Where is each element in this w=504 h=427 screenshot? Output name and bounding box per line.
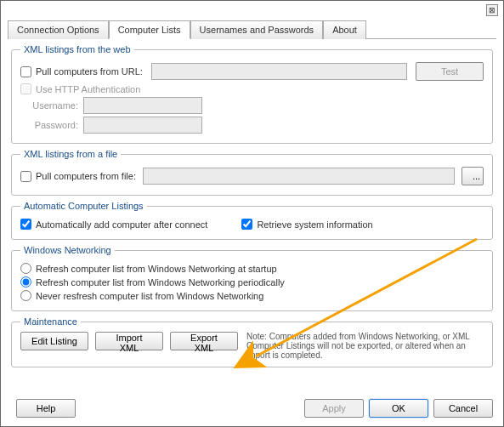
- button-cancel[interactable]: Cancel: [433, 399, 493, 418]
- dialog-footer: Help Apply OK Cancel: [11, 399, 493, 418]
- label-http-auth: Use HTTP Authentication: [36, 84, 140, 94]
- close-icon[interactable]: ⊠: [486, 4, 498, 16]
- label-password: Password:: [20, 120, 83, 130]
- button-help[interactable]: Help: [16, 399, 76, 418]
- legend-xml-web: XML listings from the web: [20, 44, 134, 54]
- legend-xml-file: XML listings from a file: [20, 149, 121, 159]
- legend-windows-networking: Windows Networking: [20, 245, 115, 255]
- label-retrieve-sysinfo: Retrieve system information: [257, 219, 372, 230]
- input-url[interactable]: [151, 63, 407, 80]
- checkbox-pull-file[interactable]: [20, 171, 31, 182]
- button-export-xml[interactable]: Export XML: [170, 332, 238, 350]
- label-refresh-periodic: Refresh computer list from Windows Netwo…: [36, 277, 285, 288]
- tab-about[interactable]: About: [323, 20, 366, 39]
- radio-refresh-never[interactable]: [20, 290, 31, 301]
- button-ok[interactable]: OK: [369, 399, 428, 418]
- label-pull-file: Pull computers from file:: [36, 171, 136, 181]
- group-xml-web: XML listings from the web Pull computers…: [11, 44, 493, 144]
- group-auto-listings: Automatic Computer Listings Automaticall…: [11, 201, 493, 240]
- label-add-after-connect: Automatically add computer after connect: [36, 219, 207, 230]
- group-windows-networking: Windows Networking Refresh computer list…: [11, 245, 493, 311]
- legend-maintenance: Maintenance: [20, 316, 81, 327]
- input-password: [83, 117, 202, 134]
- dialog-window: ⊠ Connection Options Computer Lists User…: [0, 0, 504, 427]
- radio-refresh-startup[interactable]: [20, 263, 31, 274]
- tab-bar: Connection Options Computer Lists Userna…: [8, 20, 496, 39]
- button-apply[interactable]: Apply: [304, 399, 364, 418]
- checkbox-retrieve-sysinfo[interactable]: [241, 219, 252, 230]
- button-import-xml[interactable]: Import XML: [95, 332, 163, 350]
- button-browse-file[interactable]: ...: [462, 167, 484, 185]
- legend-auto-listings: Automatic Computer Listings: [20, 201, 147, 211]
- label-refresh-never: Never resfresh computer list from Window…: [36, 291, 263, 301]
- button-edit-listing[interactable]: Edit Listing: [20, 332, 88, 350]
- button-test[interactable]: Test: [416, 62, 484, 81]
- tab-computer-lists[interactable]: Computer Lists: [109, 20, 190, 39]
- input-file-path[interactable]: [143, 168, 455, 185]
- group-maintenance: Maintenance Edit Listing Import XML Expo…: [11, 316, 493, 367]
- checkbox-pull-url[interactable]: [20, 66, 31, 77]
- label-pull-url: Pull computers from URL:: [36, 66, 143, 77]
- tab-connection-options[interactable]: Connection Options: [8, 20, 109, 39]
- input-username: [83, 97, 202, 114]
- maintenance-note: Note: Computers added from Windows Netwo…: [238, 332, 484, 360]
- label-username: Username:: [20, 100, 83, 111]
- group-xml-file: XML listings from a file Pull computers …: [11, 149, 493, 196]
- checkbox-add-after-connect[interactable]: [20, 219, 31, 230]
- checkbox-http-auth: [20, 83, 31, 94]
- tab-content: XML listings from the web Pull computers…: [1, 39, 503, 367]
- radio-refresh-periodic[interactable]: [20, 276, 31, 288]
- label-refresh-startup: Refresh computer list from Windows Netwo…: [36, 264, 277, 274]
- tab-usernames-passwords[interactable]: Usernames and Passwords: [190, 20, 324, 39]
